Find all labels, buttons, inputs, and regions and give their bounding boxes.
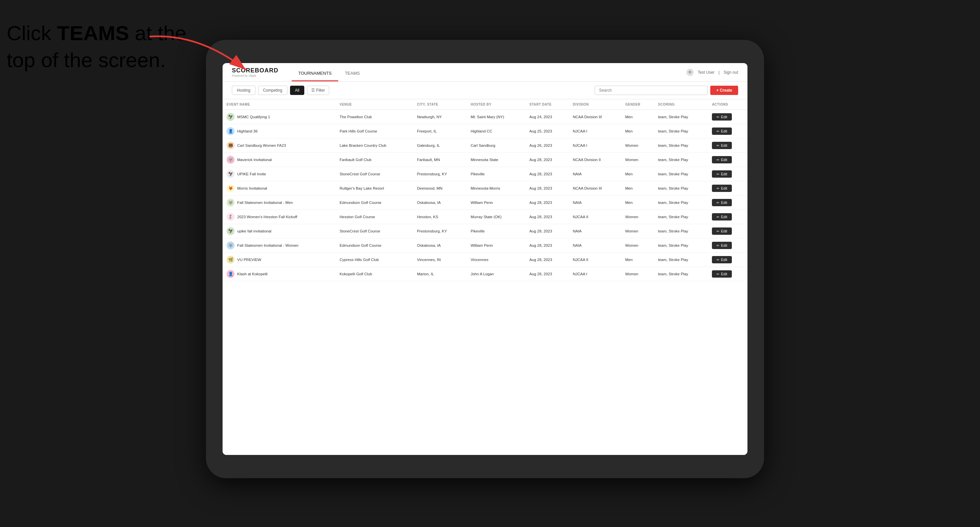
cell-gender: Women bbox=[621, 224, 654, 238]
cell-actions: Edit bbox=[708, 238, 748, 253]
edit-button[interactable]: Edit bbox=[712, 185, 732, 192]
cell-actions: Edit bbox=[708, 181, 748, 195]
cell-division: NAIA bbox=[569, 167, 621, 181]
cell-gender: Women bbox=[621, 238, 654, 253]
edit-button[interactable]: Edit bbox=[712, 127, 732, 135]
cell-event-name: 🦅 UPIKE Fall Invite bbox=[223, 167, 336, 181]
table-row: 👤 Highland 36 Park Hills Golf Course Fre… bbox=[223, 124, 748, 138]
cell-scoring: team, Stroke Play bbox=[654, 124, 708, 138]
edit-button[interactable]: Edit bbox=[712, 199, 732, 206]
cell-hosted-by: Highland CC bbox=[467, 124, 525, 138]
edit-button[interactable]: Edit bbox=[712, 256, 732, 264]
cell-city-state: Freeport, IL bbox=[413, 124, 466, 138]
cell-scoring: team, Stroke Play bbox=[654, 267, 708, 281]
edit-button[interactable]: Edit bbox=[712, 170, 732, 178]
cell-division: NCAA Division III bbox=[569, 110, 621, 124]
edit-button[interactable]: Edit bbox=[712, 142, 732, 149]
cell-start-date: Aug 25, 2023 bbox=[525, 124, 569, 138]
cell-actions: Edit bbox=[708, 253, 748, 267]
cell-city-state: Oskaloosa, IA bbox=[413, 238, 466, 253]
toolbar: Hosting Competing All ☰ Filter + Create bbox=[223, 82, 748, 99]
col-event-name: EVENT NAME bbox=[223, 99, 336, 110]
cell-gender: Men bbox=[621, 124, 654, 138]
cell-venue: Park Hills Golf Course bbox=[336, 124, 413, 138]
create-btn[interactable]: + Create bbox=[710, 86, 738, 95]
cell-hosted-by: Minnesota-Morris bbox=[467, 181, 525, 195]
nav-tab-teams[interactable]: TEAMS bbox=[338, 63, 366, 81]
nav-separator: | bbox=[719, 70, 719, 75]
event-name-text: Morris Invitational bbox=[237, 186, 267, 190]
settings-icon[interactable]: ⚙ bbox=[686, 69, 694, 76]
cell-start-date: Aug 28, 2023 bbox=[525, 253, 569, 267]
edit-button[interactable]: Edit bbox=[712, 113, 732, 121]
table-row: 🐺 Fall Statesmen Invitational - Men Edmu… bbox=[223, 195, 748, 210]
edit-button[interactable]: Edit bbox=[712, 213, 732, 221]
cell-venue: Lake Bracken Country Club bbox=[336, 138, 413, 153]
cell-event-name: 🦅 MSMC Qualifying 1 bbox=[223, 110, 336, 124]
user-name: Test User bbox=[698, 70, 714, 75]
cell-actions: Edit bbox=[708, 153, 748, 167]
cell-venue: Faribault Golf Club bbox=[336, 153, 413, 167]
cell-event-name: 👤 Highland 36 bbox=[223, 124, 336, 138]
cell-venue: Edmundson Golf Course bbox=[336, 238, 413, 253]
event-name-text: 2023 Women's Hesston Fall Kickoff bbox=[237, 215, 298, 219]
table-row: 🦅 UPIKE Fall Invite StoneCrest Golf Cour… bbox=[223, 167, 748, 181]
cell-actions: Edit bbox=[708, 124, 748, 138]
edit-button[interactable]: Edit bbox=[712, 242, 732, 249]
col-start-date: START DATE bbox=[525, 99, 569, 110]
cell-start-date: Aug 28, 2023 bbox=[525, 267, 569, 281]
col-gender: GENDER bbox=[621, 99, 654, 110]
cell-gender: Men bbox=[621, 110, 654, 124]
cell-start-date: Aug 28, 2023 bbox=[525, 181, 569, 195]
all-filter-btn[interactable]: All bbox=[290, 86, 304, 95]
edit-button[interactable]: Edit bbox=[712, 270, 732, 278]
cell-scoring: team, Stroke Play bbox=[654, 167, 708, 181]
table-row: 🐺 Maverick Invitational Faribault Golf C… bbox=[223, 153, 748, 167]
cell-gender: Women bbox=[621, 153, 654, 167]
cell-division: NCAA Division II bbox=[569, 153, 621, 167]
event-icon: 🐺 bbox=[227, 156, 234, 164]
col-hosted-by: HOSTED BY bbox=[467, 99, 525, 110]
cell-hosted-by: Carl Sandburg bbox=[467, 138, 525, 153]
cell-venue: Kokopelli Golf Club bbox=[336, 267, 413, 281]
col-division: DIVISION bbox=[569, 99, 621, 110]
edit-button[interactable]: Edit bbox=[712, 227, 732, 235]
cell-scoring: team, Stroke Play bbox=[654, 224, 708, 238]
event-icon: 🏌 bbox=[227, 213, 234, 221]
cell-city-state: Prestonsburg, KY bbox=[413, 167, 466, 181]
cell-city-state: Deerwood, MN bbox=[413, 181, 466, 195]
cell-city-state: Faribault, MN bbox=[413, 153, 466, 167]
cell-city-state: Galesburg, IL bbox=[413, 138, 466, 153]
sign-out-link[interactable]: Sign out bbox=[724, 70, 738, 75]
event-name-text: MSMC Qualifying 1 bbox=[237, 115, 270, 119]
table-row: 🐺 Fall Statesmen Invitational - Women Ed… bbox=[223, 238, 748, 253]
cell-division: NJCAA II bbox=[569, 210, 621, 224]
event-icon: 🐺 bbox=[227, 241, 234, 249]
nav-tabs: TOURNAMENTS TEAMS bbox=[292, 63, 366, 81]
cell-gender: Men bbox=[621, 167, 654, 181]
cell-division: NJCAA I bbox=[569, 267, 621, 281]
nav-tab-tournaments[interactable]: TOURNAMENTS bbox=[292, 63, 338, 81]
event-name-text: UPIKE Fall Invite bbox=[237, 172, 266, 176]
search-input[interactable] bbox=[595, 86, 708, 95]
cell-hosted-by: Minnesota State bbox=[467, 153, 525, 167]
cell-event-name: 🏌 2023 Women's Hesston Fall Kickoff bbox=[223, 210, 336, 224]
cell-division: NJCAA II bbox=[569, 253, 621, 267]
cell-event-name: 🦅 upike fall invitational bbox=[223, 224, 336, 238]
event-icon: 🦅 bbox=[227, 170, 234, 178]
cell-hosted-by: Pikeville bbox=[467, 224, 525, 238]
event-icon: 🦅 bbox=[227, 113, 234, 121]
cell-event-name: 🐺 Fall Statesmen Invitational - Men bbox=[223, 195, 336, 210]
cell-scoring: team, Stroke Play bbox=[654, 110, 708, 124]
table-header: EVENT NAME VENUE CITY, STATE HOSTED BY S… bbox=[223, 99, 748, 110]
filter-btn[interactable]: ☰ Filter bbox=[307, 86, 329, 95]
cell-event-name: 👤 Klash at Kokopelli bbox=[223, 267, 336, 281]
cell-city-state: Hesston, KS bbox=[413, 210, 466, 224]
cell-scoring: team, Stroke Play bbox=[654, 138, 708, 153]
cell-division: NJCAA I bbox=[569, 138, 621, 153]
cell-hosted-by: Mt. Saint Mary (NY) bbox=[467, 110, 525, 124]
cell-venue: Cypress Hills Golf Club bbox=[336, 253, 413, 267]
edit-button[interactable]: Edit bbox=[712, 156, 732, 163]
col-scoring: SCORING bbox=[654, 99, 708, 110]
tournaments-table: EVENT NAME VENUE CITY, STATE HOSTED BY S… bbox=[223, 99, 748, 281]
